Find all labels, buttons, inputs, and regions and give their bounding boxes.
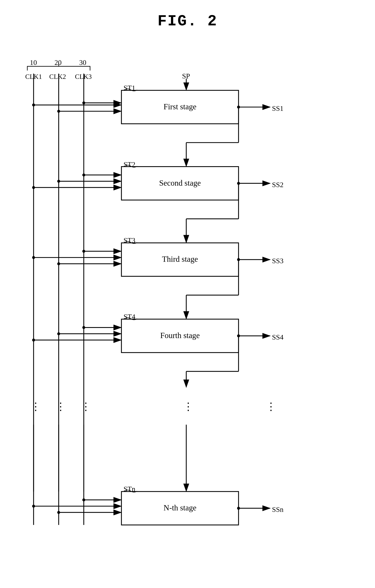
- stn-label: STn: [124, 485, 135, 493]
- nth-stage-label: N-th stage: [164, 504, 196, 512]
- clk2-label: CLK2: [49, 73, 66, 80]
- dots-clk2: ⋮: [55, 401, 66, 412]
- dots-feedback: ⋮: [183, 401, 193, 412]
- st1-label: ST1: [124, 84, 135, 92]
- st3-label: ST3: [124, 237, 135, 244]
- dots-clk1: ⋮: [31, 401, 41, 412]
- sp-label: SP: [182, 72, 190, 80]
- dots-output: ⋮: [266, 401, 276, 412]
- second-stage-label: Second stage: [159, 179, 201, 187]
- st4-label: ST4: [124, 313, 135, 321]
- fourth-stage-label: Fourth stage: [160, 331, 200, 340]
- ss3-label: SS3: [272, 257, 283, 265]
- num-10-label: 10: [30, 59, 37, 66]
- clk1-label: CLK1: [25, 73, 42, 80]
- ssn-label: SSn: [272, 505, 283, 513]
- page-title: FIG. 2: [0, 0, 375, 30]
- diagram: First stage Second stage Third stage Fou…: [17, 42, 360, 575]
- first-stage-label: First stage: [164, 102, 196, 111]
- ss2-label: SS2: [272, 181, 283, 189]
- third-stage-label: Third stage: [162, 255, 198, 263]
- clk3-label: CLK3: [75, 73, 92, 80]
- ss1-label: SS1: [272, 105, 283, 112]
- num-30-label: 30: [79, 59, 86, 66]
- ss4-label: SS4: [272, 333, 283, 341]
- dots-clk3: ⋮: [81, 401, 91, 412]
- num-20-label: 20: [55, 59, 62, 66]
